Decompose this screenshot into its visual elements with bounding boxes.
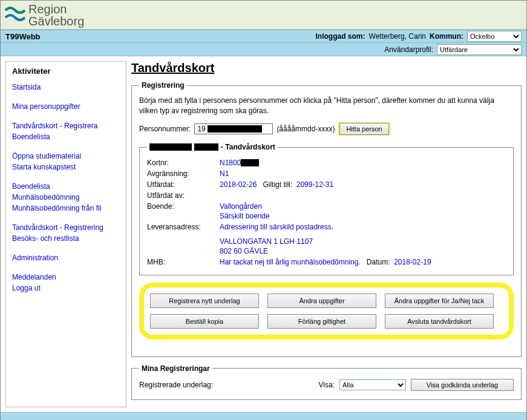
kommun-label: Kommun: xyxy=(430,32,463,41)
sidebar-title: Aktiviteter xyxy=(12,67,120,76)
show-approved-button[interactable]: Visa godkända underlag xyxy=(411,379,514,391)
leveransadress-label: Leveransadress: xyxy=(147,223,220,255)
registration-fieldset: Registrering Börja med att fylla i perso… xyxy=(131,81,522,357)
mhb-label: MHB: xyxy=(147,258,220,266)
sidebar-link[interactable]: Besöks- och restlista xyxy=(12,233,120,244)
card-details: Kortnr: N1800 Avgränsning: N1 Utfärdat: … xyxy=(147,159,506,266)
logo-text-line1: Region xyxy=(28,3,84,15)
sidebar-link[interactable]: Boendelista xyxy=(12,181,120,192)
visa-select[interactable]: Alla xyxy=(339,379,406,390)
logo-text-line2: Gävleborg xyxy=(28,15,84,27)
sidebar-link[interactable]: Boendelista xyxy=(12,131,120,142)
my-registrations-legend: Mina Registreringar xyxy=(139,364,212,373)
redaction xyxy=(149,143,192,151)
sidebar-link[interactable]: Tandvårdskort - Registrera xyxy=(12,120,120,131)
boende-label: Boende: xyxy=(147,202,220,220)
visa-label: Visa: xyxy=(319,381,335,389)
sidebar-link[interactable]: Mina personuppgifter xyxy=(12,101,120,112)
kortnr-label: Kortnr: xyxy=(147,159,220,167)
boende-value: Vallongården Särskilt boende xyxy=(220,202,506,220)
avgransning-label: Avgränsning: xyxy=(147,169,220,178)
sidebar: Aktiviteter Startsida Mina personuppgift… xyxy=(5,61,126,407)
personnummer-hint: (ååååmmdd-xxxx) xyxy=(277,125,335,133)
registration-legend: Registrering xyxy=(139,81,187,90)
redaction xyxy=(208,125,262,133)
status-bar-top: T99Webb Inloggad som: Wetterberg, Carin … xyxy=(1,30,526,43)
sidebar-link[interactable]: Startsida xyxy=(12,82,120,93)
utfardat-av-value xyxy=(220,191,506,200)
card-fieldset: - Tandvårdskort Kortnr: N1800 Avgränsnin… xyxy=(139,143,514,275)
my-registrations-fieldset: Mina Registreringar Registrerade underla… xyxy=(131,364,522,400)
avgransning-value: N1 xyxy=(220,169,506,178)
highlight-find-person: Hitta person xyxy=(338,122,390,136)
logged-in-label: Inloggad som: xyxy=(316,32,365,41)
find-person-button[interactable]: Hitta person xyxy=(339,123,388,135)
sidebar-link[interactable]: Logga ut xyxy=(12,283,120,294)
register-new-button[interactable]: Registrera nytt underlag xyxy=(150,294,259,308)
logged-in-user: Wetterberg, Carin xyxy=(369,32,426,41)
kommun-select[interactable]: Ockelbo xyxy=(467,31,522,42)
kortnr-value: N1800 xyxy=(220,159,506,167)
personnummer-row: Personnummer: (ååååmmdd-xxxx) Hitta pers… xyxy=(139,122,514,136)
sidebar-link[interactable]: Administration xyxy=(12,252,120,263)
sidebar-link[interactable]: Meddelanden xyxy=(12,272,120,283)
redaction xyxy=(194,143,218,151)
sidebar-link[interactable]: Munhälsobedömning xyxy=(12,192,120,203)
app-name: T99Webb xyxy=(5,32,41,41)
extend-validity-button[interactable]: Förläng giltighet xyxy=(267,314,376,329)
registered-items-label: Registrerade underlag: xyxy=(139,381,230,389)
order-copy-button[interactable]: Beställ kopia xyxy=(150,314,259,329)
main-content: Tandvårdskort Registrering Börja med att… xyxy=(131,61,522,407)
profile-select[interactable]: Utfärdare xyxy=(437,44,522,55)
registration-instructions: Börja med att fylla i personens personnu… xyxy=(139,96,514,116)
app-window: Region Gävleborg T99Webb Inloggad som: W… xyxy=(0,0,527,420)
utfardat-label: Utfärdat: xyxy=(147,180,220,189)
utfardat-av-label: Utfärdat av: xyxy=(147,191,220,200)
sidebar-link[interactable]: Starta kunskapstest xyxy=(12,162,120,172)
profile-label: Användarprofil: xyxy=(384,45,433,54)
sidebar-link[interactable]: Öppna studiematerial xyxy=(12,151,120,162)
edit-yesno-button[interactable]: Ändra uppgifter för Ja/Nej tack xyxy=(385,294,494,308)
body: Aktiviteter Startsida Mina personuppgift… xyxy=(1,56,526,412)
status-bar-profile: Användarprofil: Utfärdare xyxy=(1,43,526,56)
logo: Region Gävleborg xyxy=(4,3,84,27)
brand-header: Region Gävleborg xyxy=(1,1,526,30)
leveransadress-value: Adressering till särskild postadress. VA… xyxy=(220,223,506,255)
utfardat-value: 2018-02-26 Giltigt till: 2099-12-31 xyxy=(220,180,506,189)
edit-details-button[interactable]: Ändra uppgifter xyxy=(267,294,376,308)
personnummer-label: Personnummer: xyxy=(139,125,191,133)
mhb-value: Har tackat nej till årlig munhälsobedömn… xyxy=(220,258,506,266)
card-legend-suffix: - Tandvårdskort xyxy=(221,143,275,151)
action-buttons-highlight: Registrera nytt underlag Ändra uppgifter… xyxy=(139,283,514,340)
close-card-button[interactable]: Avsluta tandvårdskort xyxy=(385,314,494,329)
footer-spacer xyxy=(1,412,526,420)
sidebar-link[interactable]: Munhälsobedömning från fil xyxy=(12,203,120,214)
logo-icon xyxy=(4,4,26,26)
card-legend: - Tandvårdskort xyxy=(147,143,278,153)
page-title: Tandvårdskort xyxy=(131,61,522,75)
sidebar-link[interactable]: Tandvårdskort - Registrering xyxy=(12,222,120,233)
redaction xyxy=(241,159,259,166)
